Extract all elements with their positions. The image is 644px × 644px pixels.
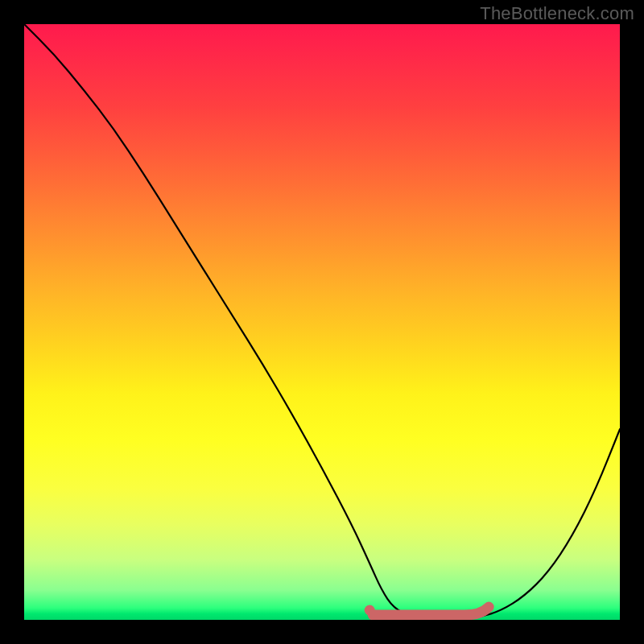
- chart-frame: TheBottleneck.com: [0, 0, 644, 644]
- chart-svg: [24, 24, 620, 620]
- bottleneck-curve-line: [24, 24, 620, 620]
- chart-plot-area: [24, 24, 620, 620]
- highlight-range-line: [373, 607, 489, 615]
- watermark-label: TheBottleneck.com: [480, 3, 634, 24]
